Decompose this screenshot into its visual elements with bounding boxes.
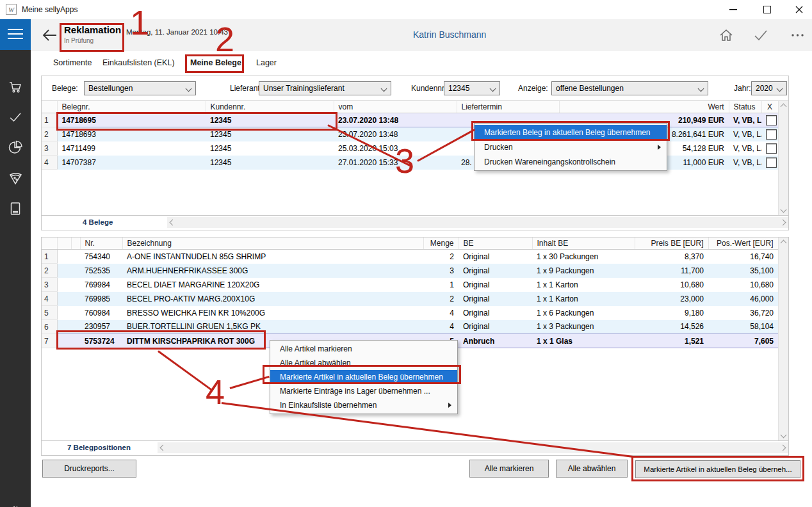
- kundennr-select[interactable]: 12345: [444, 81, 500, 95]
- scroll-left-icon[interactable]: [160, 445, 166, 451]
- cell-inhalt: 1 x 1 Glas: [532, 334, 635, 348]
- anzeige-select-value: offene Bestellungen: [556, 84, 624, 93]
- menu-item[interactable]: Alle Artikel abwählen: [270, 356, 457, 370]
- cell-kundennr: 12345: [206, 156, 334, 170]
- back-button[interactable]: [41, 28, 58, 43]
- table-row[interactable]: 3769984BECEL DIAET MARGARINE 120X20G1Ori…: [42, 278, 778, 292]
- scroll-up-icon[interactable]: [781, 104, 787, 110]
- row-checkbox[interactable]: [766, 115, 777, 125]
- scroll-left-icon[interactable]: [170, 220, 176, 226]
- col-belegnr[interactable]: Belegnr.: [57, 101, 206, 113]
- menu-item[interactable]: Markierte Artikel in aktuellen Beleg übe…: [270, 370, 457, 384]
- cell-poswert: 16,740: [708, 250, 778, 264]
- cell-vom: 25.03.2020 15:03: [334, 141, 457, 156]
- cell-inhalt: 1 x 1 Karton: [532, 292, 635, 306]
- gear-icon[interactable]: [8, 504, 23, 507]
- cell-num: 2: [42, 264, 57, 278]
- row-checkbox[interactable]: [766, 143, 777, 154]
- table-row[interactable]: 4147073871234527.01.2020 15:3328.11,000 …: [42, 156, 778, 170]
- cell-status: V, VB, LAB: [729, 127, 761, 141]
- table-row[interactable]: 6230957BUER.TORTELLINI GRUEN 1,5KG PK4Or…: [42, 320, 778, 334]
- items-vertical-scrollbar[interactable]: [778, 237, 788, 440]
- menu-item[interactable]: In Einkaufsliste übernehmen: [270, 398, 457, 412]
- col-menge[interactable]: Menge: [423, 237, 459, 250]
- checkbox-cell: [761, 141, 778, 156]
- docs-vertical-scrollbar[interactable]: [778, 101, 788, 215]
- table-row[interactable]: 2752535ARM.HUEHNERFRIKASSEE 300G3Origina…: [42, 264, 778, 278]
- scroll-right-icon[interactable]: [780, 220, 786, 226]
- table-row[interactable]: 3147114991234525.03.2020 15:0354,128 EUR…: [42, 141, 778, 156]
- menu-item[interactable]: Markierte Einträge ins Lager übernehmen …: [270, 384, 457, 398]
- table-row[interactable]: 5760984BRESSO WEICHKA FEIN KR 10%200G4Or…: [42, 306, 778, 320]
- cell-num: 3: [42, 141, 57, 156]
- col-x[interactable]: X: [761, 101, 778, 113]
- alle-abwaehlen-button[interactable]: Alle abwählen: [556, 460, 628, 478]
- items-horizontal-scrollbar[interactable]: [158, 442, 788, 453]
- shopping-cart-icon[interactable]: [8, 79, 23, 95]
- druckreports-button[interactable]: Druckreports...: [42, 460, 136, 478]
- table-row[interactable]: 2147186931234523.07.2020 13:488.261,641 …: [42, 127, 778, 141]
- col-nr[interactable]: Nr.: [80, 237, 122, 250]
- col-bezeichnung[interactable]: Bezeichnung: [122, 237, 423, 250]
- cell-preis: 8,370: [635, 250, 708, 264]
- lieferant-select-value: Unser Trainingslieferant: [263, 84, 345, 93]
- cell-status: V, VB, LAB: [729, 156, 761, 170]
- tab-einkaufslisten[interactable]: Einkaufslisten (EKL): [102, 58, 175, 67]
- checkbox-cell: [761, 127, 778, 141]
- table-row[interactable]: 4769985BECEL PRO-AKTIV MARG.200X10G2Orig…: [42, 292, 778, 306]
- cell-num: 6: [42, 320, 57, 334]
- col-kundennr[interactable]: Kundennr.: [206, 101, 334, 113]
- col-vom[interactable]: vom: [334, 101, 457, 113]
- menu-item[interactable]: Alle Artikel markieren: [270, 342, 457, 356]
- uebernehmen-button[interactable]: Markierte Artikel in aktuellen Beleg übe…: [635, 460, 800, 478]
- col-preis-be[interactable]: Preis BE [EUR]: [635, 237, 708, 250]
- maximize-button[interactable]: [754, 0, 780, 19]
- tab-bar: Sortimente Einkaufslisten (EKL) Meine Be…: [31, 51, 812, 76]
- cell-menge: 1: [423, 278, 459, 292]
- belege-select[interactable]: Bestellungen: [84, 81, 196, 95]
- close-button[interactable]: [786, 0, 812, 19]
- tab-meine-belege[interactable]: Meine Belege: [190, 58, 241, 67]
- more-options-button[interactable]: [790, 30, 806, 45]
- tab-sortimente[interactable]: Sortimente: [53, 58, 92, 67]
- col-inhalt-be[interactable]: Inhalt BE: [532, 237, 635, 250]
- row-checkbox[interactable]: [766, 157, 777, 168]
- alle-markieren-button[interactable]: Alle markieren: [469, 460, 549, 478]
- menu-item[interactable]: Drucken Wareneingangskontrollschein: [475, 154, 667, 169]
- table-row[interactable]: 1754340A-ONE INSTANTNUDELN 85G SHRIMP2Or…: [42, 250, 778, 264]
- col-be[interactable]: BE: [459, 237, 532, 250]
- home-button[interactable]: [719, 28, 734, 43]
- col-wert[interactable]: Wert: [559, 101, 729, 113]
- items-header-row: Nr. Bezeichnung Menge BE Inhalt BE Preis…: [42, 237, 778, 250]
- scroll-down-icon[interactable]: [781, 432, 787, 439]
- cell-nr: 769984: [80, 278, 122, 292]
- menu-item[interactable]: Drucken: [475, 140, 667, 154]
- col-status[interactable]: Status: [729, 101, 761, 113]
- chevron-down-icon: [490, 86, 496, 92]
- cell-belegnr: 14707387: [57, 156, 206, 170]
- jahr-select[interactable]: 2020: [751, 81, 787, 95]
- minimize-button[interactable]: [720, 0, 746, 19]
- row-checkbox[interactable]: [766, 129, 777, 140]
- scroll-down-icon[interactable]: [781, 207, 787, 213]
- docs-count-label: 4 Belege: [83, 218, 113, 226]
- col-pos-wert[interactable]: Pos.-Wert [EUR]: [708, 237, 778, 250]
- anzeige-select[interactable]: offene Bestellungen: [551, 81, 708, 95]
- book-icon[interactable]: [8, 201, 23, 216]
- scroll-right-icon[interactable]: [780, 445, 786, 451]
- col-liefertermin[interactable]: Liefertermin: [457, 101, 559, 113]
- docs-horizontal-scrollbar[interactable]: [167, 217, 788, 228]
- lieferant-select[interactable]: Unser Trainingslieferant: [259, 81, 391, 95]
- table-row[interactable]: 1147186951234523.07.2020 13:48210,949 EU…: [42, 113, 778, 127]
- menu-item[interactable]: Markierten Beleg in aktuellen Beleg über…: [475, 125, 667, 140]
- cell-poswert: 46,000: [708, 292, 778, 306]
- scroll-up-icon[interactable]: [781, 240, 787, 246]
- tab-lager[interactable]: Lager: [256, 58, 277, 67]
- checkmark-icon[interactable]: [8, 109, 23, 125]
- hamburger-menu-button[interactable]: [0, 19, 31, 50]
- cell-inhalt: 1 x 3 Packungen: [532, 320, 635, 334]
- pie-chart-icon[interactable]: [8, 140, 23, 155]
- confirm-button[interactable]: [753, 28, 768, 43]
- documents-table: Belegnr. Kundennr. vom Liefertermin Wert…: [42, 101, 788, 216]
- pizza-slice-icon[interactable]: [8, 170, 23, 186]
